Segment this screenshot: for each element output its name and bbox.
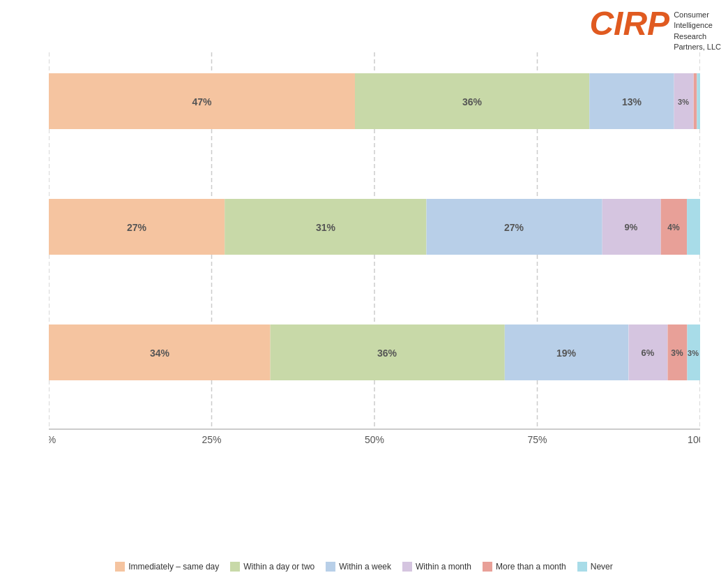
cirp-logo: CIRP (589, 7, 669, 40)
svg-text:13%: 13% (622, 96, 642, 107)
logo-subtitle: Consumer Intelligence Research Partners,… (674, 7, 721, 53)
legend-label-month: Within a month (416, 562, 471, 572)
legend-item-day-or-two: Within a day or two (230, 562, 314, 572)
svg-text:9%: 9% (625, 222, 638, 232)
svg-text:34%: 34% (150, 348, 170, 359)
svg-text:50%: 50% (365, 434, 384, 445)
svg-text:25%: 25% (202, 434, 221, 445)
legend-item-never: Never (577, 562, 613, 572)
legend-swatch-day-or-two (230, 562, 240, 572)
svg-text:75%: 75% (527, 434, 547, 445)
legend-swatch-more-than-month (483, 562, 492, 572)
svg-text:47%: 47% (192, 96, 212, 107)
svg-text:27%: 27% (504, 222, 524, 233)
svg-text:0%: 0% (49, 434, 56, 445)
logo-area: CIRP Consumer Intelligence Research Part… (589, 7, 721, 53)
legend-item-more-than-month: More than a month (483, 562, 566, 572)
legend-swatch-month (402, 562, 412, 572)
svg-text:100%: 100% (688, 434, 700, 445)
svg-rect-23 (697, 73, 700, 129)
legend-label-day-or-two: Within a day or two (243, 562, 314, 572)
legend-label-more-than-month: More than a month (496, 562, 566, 572)
svg-text:6%: 6% (642, 348, 655, 358)
svg-text:27%: 27% (127, 222, 147, 233)
svg-text:31%: 31% (316, 222, 336, 233)
chart-legend: Immediately – same day Within a day or t… (14, 562, 714, 572)
svg-text:19%: 19% (556, 348, 577, 359)
legend-label-immediately: Immediately – same day (128, 562, 219, 572)
svg-text:36%: 36% (377, 348, 397, 359)
svg-rect-20 (694, 73, 697, 129)
legend-swatch-never (577, 562, 587, 572)
chart-container: CIRP Consumer Intelligence Research Part… (0, 0, 728, 582)
legend-item-month: Within a month (402, 562, 471, 572)
legend-swatch-immediately (115, 562, 125, 572)
svg-rect-37 (687, 199, 700, 255)
svg-text:4%: 4% (667, 223, 680, 232)
svg-text:3%: 3% (671, 348, 683, 358)
legend-swatch-week (326, 562, 335, 572)
main-chart-svg: 0% 25% 50% 75% 100% iPhone 47% 36% 13% 3… (49, 52, 700, 485)
legend-item-week: Within a week (326, 562, 391, 572)
svg-text:36%: 36% (462, 96, 483, 107)
legend-item-immediately: Immediately – same day (115, 562, 219, 572)
svg-text:3%: 3% (678, 98, 689, 106)
legend-label-week: Within a week (339, 562, 391, 572)
legend-label-never: Never (591, 562, 613, 572)
svg-text:3%: 3% (688, 349, 699, 357)
